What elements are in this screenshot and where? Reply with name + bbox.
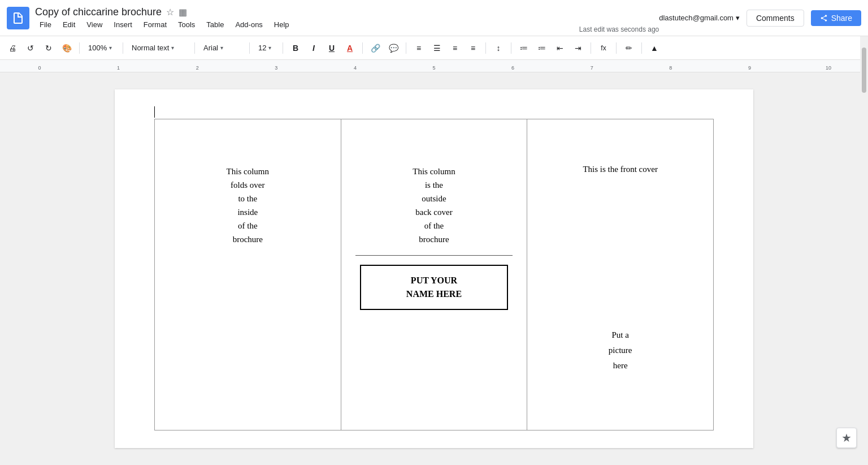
right-col-content: This is the front cover Put a picture he…: [527, 119, 713, 430]
scrollbar-thumb[interactable]: [862, 48, 866, 93]
share-button[interactable]: Share: [811, 10, 861, 26]
menu-bar: File Edit View Insert Format Tools Table…: [35, 19, 570, 30]
line-spacing-button[interactable]: ↕: [491, 40, 506, 56]
menu-tools[interactable]: Tools: [173, 19, 199, 30]
print-button[interactable]: 🖨: [5, 40, 20, 56]
scrollbar[interactable]: [860, 36, 868, 465]
ruler-mark-2: 2: [196, 65, 199, 71]
left-line4: inside: [237, 208, 258, 217]
menu-edit[interactable]: Edit: [58, 19, 80, 30]
doc-title[interactable]: Copy of chiccarine brochure: [35, 6, 162, 18]
right-column[interactable]: This is the front cover Put a picture he…: [527, 119, 714, 430]
ruler: 0 1 2 3 4 5 6 7 8 9 10: [0, 60, 868, 72]
menu-file[interactable]: File: [35, 19, 56, 30]
center-col-text: This column is the outside back cover of…: [413, 165, 455, 246]
user-email[interactable]: dlastutech@gmail.com ▾: [659, 14, 740, 22]
left-column[interactable]: This column folds over to the inside of …: [155, 119, 341, 430]
divider-4: [249, 42, 250, 54]
drawing-button[interactable]: ✏: [621, 40, 637, 56]
ruler-mark-10: 10: [826, 65, 831, 71]
align-left-button[interactable]: ≡: [411, 40, 427, 56]
ruler-mark-9: 9: [748, 65, 751, 71]
menu-view[interactable]: View: [82, 19, 107, 30]
center-col-content: This column is the outside back cover of…: [341, 119, 527, 430]
front-cover-text: This is the front cover: [583, 165, 657, 174]
document-area[interactable]: This column folds over to the inside of …: [0, 72, 868, 465]
undo-button[interactable]: ↺: [23, 40, 38, 56]
font-dropdown[interactable]: Arial ▾: [199, 40, 245, 56]
ordered-list-button[interactable]: ≔: [516, 40, 532, 56]
ruler-mark-0: 0: [38, 65, 41, 71]
dropdown-arrow-icon: ▾: [736, 14, 740, 22]
top-right-area: dlastutech@gmail.com ▾ Comments Share: [659, 10, 861, 27]
comments-button[interactable]: Comments: [747, 10, 804, 27]
name-line2: NAME HERE: [406, 289, 462, 299]
picture-line1: Put a: [611, 330, 628, 339]
align-center-button[interactable]: ☰: [429, 40, 445, 56]
share-label: Share: [831, 14, 852, 23]
page[interactable]: This column folds over to the inside of …: [115, 89, 753, 448]
name-box[interactable]: PUT YOUR NAME HERE: [360, 265, 508, 310]
divider-1: [79, 42, 80, 54]
ruler-mark-1: 1: [117, 65, 120, 71]
menu-table[interactable]: Table: [202, 19, 228, 30]
left-line3: to the: [238, 194, 257, 203]
font-arrow-icon: ▾: [220, 45, 223, 51]
italic-button[interactable]: I: [306, 40, 322, 56]
folder-icon[interactable]: ▦: [179, 7, 187, 18]
menu-insert[interactable]: Insert: [109, 19, 137, 30]
ruler-inner: 0 1 2 3 4 5 6 7 8 9 10: [40, 60, 828, 72]
center-divider: [355, 255, 513, 256]
ruler-mark-5: 5: [432, 65, 435, 71]
text-color-button[interactable]: A: [342, 40, 358, 56]
unordered-list-button[interactable]: ≔: [534, 40, 550, 56]
justify-button[interactable]: ≡: [465, 40, 481, 56]
left-line1: This column: [227, 167, 269, 176]
redo-button[interactable]: ↻: [41, 40, 57, 56]
comment-inline-button[interactable]: 💬: [385, 40, 401, 56]
menu-format[interactable]: Format: [139, 19, 171, 30]
center-line4: back cover: [415, 208, 452, 217]
decrease-indent-button[interactable]: ⇤: [552, 40, 568, 56]
divider-8: [485, 42, 486, 54]
size-value: 12: [258, 44, 266, 52]
last-edit-status: Last edit was seconds ago: [579, 25, 659, 33]
center-line6: brochure: [419, 235, 449, 244]
ruler-mark-4: 4: [354, 65, 357, 71]
center-line1: This column: [413, 167, 455, 176]
align-right-button[interactable]: ≡: [447, 40, 463, 56]
link-button[interactable]: 🔗: [367, 40, 383, 56]
toolbar: 🖨 ↺ ↻ 🎨 100% ▾ Normal text ▾ Arial ▾ 12 …: [0, 36, 868, 60]
zoom-value: 100%: [88, 44, 107, 52]
ruler-mark-6: 6: [511, 65, 514, 71]
underline-button[interactable]: U: [324, 40, 340, 56]
front-cover-label: This is the front cover: [583, 165, 657, 174]
center-line5: of the: [424, 221, 444, 230]
menu-addons[interactable]: Add-ons: [231, 19, 267, 30]
style-arrow-icon: ▾: [171, 45, 174, 51]
divider-5: [283, 42, 283, 54]
increase-indent-button[interactable]: ⇥: [570, 40, 586, 56]
collapse-toolbar-button[interactable]: ▲: [646, 40, 662, 56]
zoom-dropdown[interactable]: 100% ▾: [84, 40, 118, 56]
left-col-content: This column folds over to the inside of …: [155, 119, 341, 430]
center-line2: is the: [425, 180, 443, 190]
star-icon[interactable]: ☆: [166, 7, 174, 18]
menu-help[interactable]: Help: [270, 19, 294, 30]
picture-line2: picture: [609, 346, 632, 355]
name-line1: PUT YOUR: [411, 275, 457, 285]
divider-11: [616, 42, 617, 54]
size-dropdown[interactable]: 12 ▾: [254, 40, 278, 56]
smart-compose-button[interactable]: [836, 428, 857, 448]
table-row: This column folds over to the inside of …: [155, 119, 714, 430]
ruler-mark-7: 7: [591, 65, 593, 71]
bold-button[interactable]: B: [288, 40, 303, 56]
divider-7: [406, 42, 406, 54]
left-col-text: This column folds over to the inside of …: [227, 165, 269, 246]
divider-6: [362, 42, 363, 54]
paint-format-button[interactable]: 🎨: [59, 40, 75, 56]
center-column[interactable]: This column is the outside back cover of…: [341, 119, 527, 430]
function-button[interactable]: fx: [596, 40, 611, 56]
style-dropdown[interactable]: Normal text ▾: [128, 40, 190, 56]
ruler-mark-3: 3: [275, 65, 277, 71]
